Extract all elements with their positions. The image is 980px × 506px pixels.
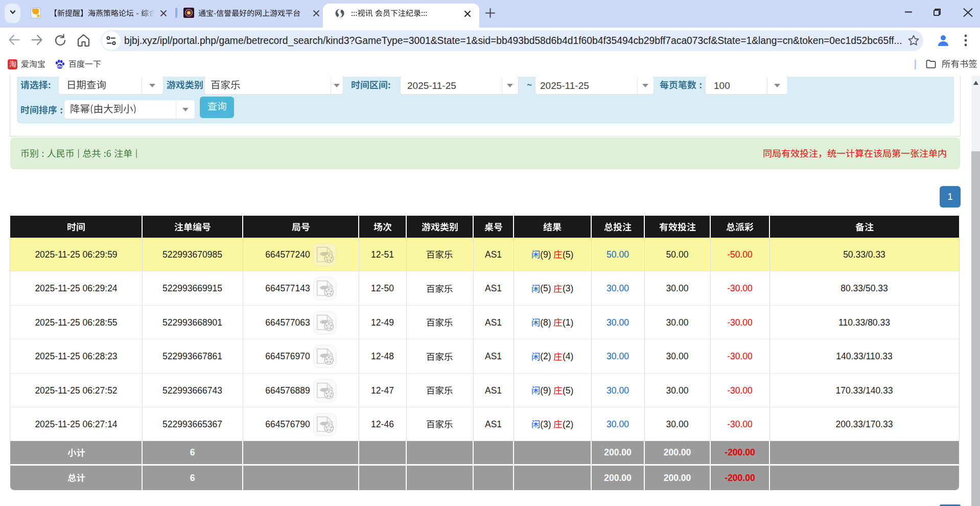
svg-text:du: du [58,64,63,68]
